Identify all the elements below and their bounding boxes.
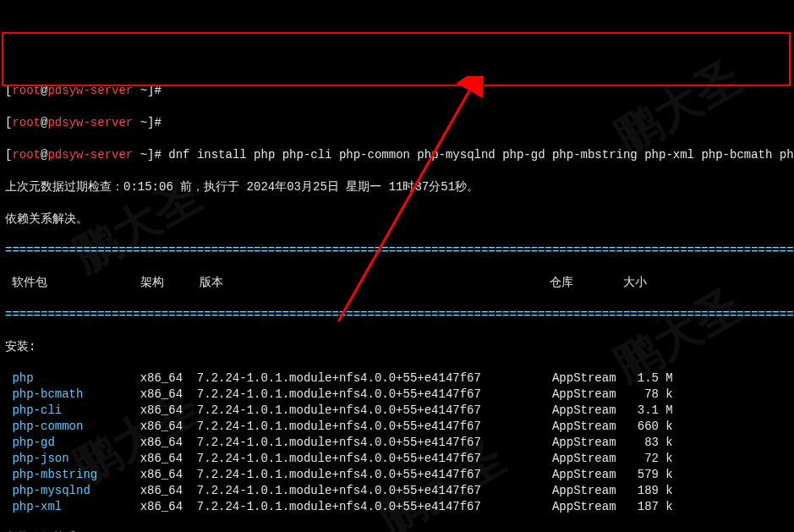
pkg-repo: AppStream — [552, 403, 630, 417]
pkg-version: 7.2.24-1.0.1.module+nfs4.0.0+55+e4147f67 — [197, 484, 552, 497]
pkg-arch: x86_64 — [140, 468, 197, 481]
pkg-version: 7.2.24-1.0.1.module+nfs4.0.0+55+e4147f67 — [197, 387, 552, 401]
divider-header: ========================================… — [5, 307, 789, 323]
prompt-path: ~ — [140, 84, 147, 97]
header-repo: 仓库 — [550, 276, 573, 289]
pkg-size: 189 k — [630, 484, 672, 497]
table-row: php-common x86_64 7.2.24-1.0.1.module+nf… — [5, 419, 789, 435]
pkg-arch: x86_64 — [140, 484, 197, 497]
table-row: php-mysqlnd x86_64 7.2.24-1.0.1.module+n… — [5, 483, 789, 499]
meta-line: 上次元数据过期检查：0:15:06 前，执行于 2024年03月25日 星期一 … — [5, 179, 789, 195]
pkg-size: 72 k — [630, 452, 672, 465]
pkg-name: php-bcmath — [5, 387, 140, 401]
prompt-host: pdsyw-server — [47, 84, 133, 97]
pkg-arch: x86_64 — [140, 436, 197, 449]
prompt-line-2: [root@pdsyw-server ~]# — [5, 115, 789, 131]
pkg-repo: AppStream — [552, 500, 630, 513]
pkg-repo: AppStream — [552, 387, 630, 401]
arrow-annotation — [245, 76, 499, 330]
header-arch: 架构 — [140, 276, 164, 289]
pkg-arch: x86_64 — [140, 403, 197, 417]
pkg-arch: x86_64 — [140, 387, 197, 401]
prompt-user: root — [12, 84, 41, 97]
section-install: 安装: — [5, 339, 789, 355]
table-row: php-xml x86_64 7.2.24-1.0.1.module+nfs4.… — [5, 499, 789, 515]
pkg-version: 7.2.24-1.0.1.module+nfs4.0.0+55+e4147f67 — [197, 436, 552, 449]
pkg-size: 3.1 M — [630, 403, 672, 417]
pkg-arch: x86_64 — [140, 452, 197, 465]
table-row: php-mbstring x86_64 7.2.24-1.0.1.module+… — [5, 467, 789, 483]
pkg-repo: AppStream — [552, 436, 630, 449]
pkg-size: 660 k — [630, 420, 672, 433]
pkg-version: 7.2.24-1.0.1.module+nfs4.0.0+55+e4147f67 — [197, 403, 552, 417]
prompt-symbol: # — [154, 84, 161, 97]
pkg-repo: AppStream — [552, 468, 630, 481]
pkg-version: 7.2.24-1.0.1.module+nfs4.0.0+55+e4147f67 — [197, 500, 552, 513]
pkg-size: 579 k — [630, 468, 672, 481]
resolve-line: 依赖关系解决。 — [5, 211, 789, 228]
table-row: php-bcmath x86_64 7.2.24-1.0.1.module+nf… — [5, 387, 789, 403]
dnf-command: dnf install php php-cli php-common php-m… — [168, 148, 794, 162]
table-row: php-json x86_64 7.2.24-1.0.1.module+nfs4… — [5, 451, 789, 467]
pkg-arch: x86_64 — [140, 371, 197, 385]
header-version: 版本 — [200, 276, 223, 289]
pkg-repo: AppStream — [552, 420, 630, 433]
pkg-name: php-json — [5, 452, 140, 465]
highlight-box — [2, 32, 791, 86]
pkg-name: php-mysqlnd — [5, 484, 140, 497]
pkg-name: php-cli — [5, 403, 140, 417]
pkg-repo: AppStream — [552, 484, 630, 497]
pkg-size: 83 k — [630, 436, 672, 449]
pkg-size: 187 k — [630, 500, 672, 513]
prompt-line-1: [root@pdsyw-server ~]# — [5, 83, 789, 99]
pkg-name: php-xml — [5, 500, 140, 513]
header-size: 大小 — [623, 276, 647, 289]
pkg-repo: AppStream — [552, 371, 630, 385]
header-package: 软件包 — [5, 276, 47, 289]
pkg-size: 1.5 M — [630, 371, 672, 385]
table-row: php x86_64 7.2.24-1.0.1.module+nfs4.0.0+… — [5, 370, 789, 387]
pkg-name: php-mbstring — [5, 468, 140, 481]
pkg-version: 7.2.24-1.0.1.module+nfs4.0.0+55+e4147f67 — [197, 452, 552, 465]
pkg-arch: x86_64 — [140, 500, 197, 513]
pkg-name: php-common — [5, 420, 140, 433]
header-row: 软件包 架构 版本 仓库 大小 — [5, 275, 789, 291]
command-line: [root@pdsyw-server ~]# dnf install php p… — [5, 147, 789, 163]
pkg-version: 7.2.24-1.0.1.module+nfs4.0.0+55+e4147f67 — [197, 420, 552, 433]
pkg-version: 7.2.24-1.0.1.module+nfs4.0.0+55+e4147f67 — [197, 468, 552, 481]
pkg-name: php-gd — [5, 436, 140, 449]
install-package-list: php x86_64 7.2.24-1.0.1.module+nfs4.0.0+… — [5, 370, 789, 514]
pkg-version: 7.2.24-1.0.1.module+nfs4.0.0+55+e4147f67 — [197, 371, 552, 385]
pkg-name: php — [5, 371, 140, 385]
divider-top: ========================================… — [5, 243, 789, 259]
pkg-arch: x86_64 — [140, 420, 197, 433]
table-row: php-cli x86_64 7.2.24-1.0.1.module+nfs4.… — [5, 403, 789, 419]
table-row: php-gd x86_64 7.2.24-1.0.1.module+nfs4.0… — [5, 435, 789, 451]
pkg-repo: AppStream — [552, 452, 630, 465]
pkg-size: 78 k — [630, 387, 672, 401]
